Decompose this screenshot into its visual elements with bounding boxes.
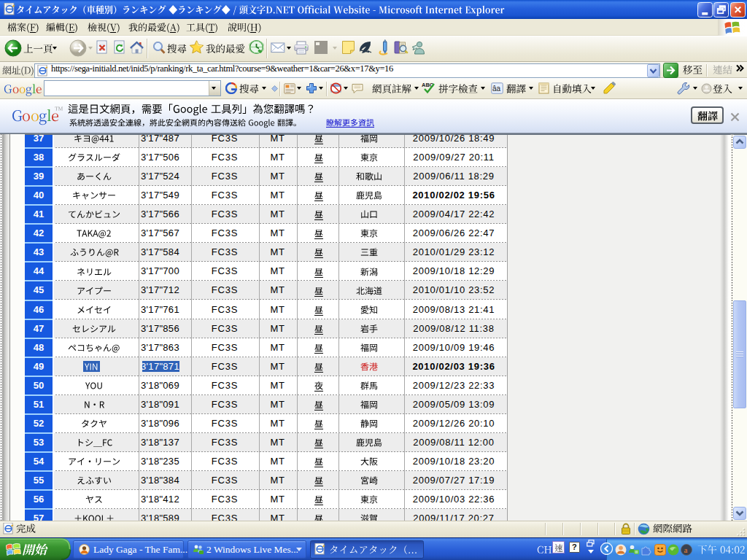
- svg-text:âa: âa: [492, 85, 501, 93]
- svg-text:a: a: [684, 545, 688, 554]
